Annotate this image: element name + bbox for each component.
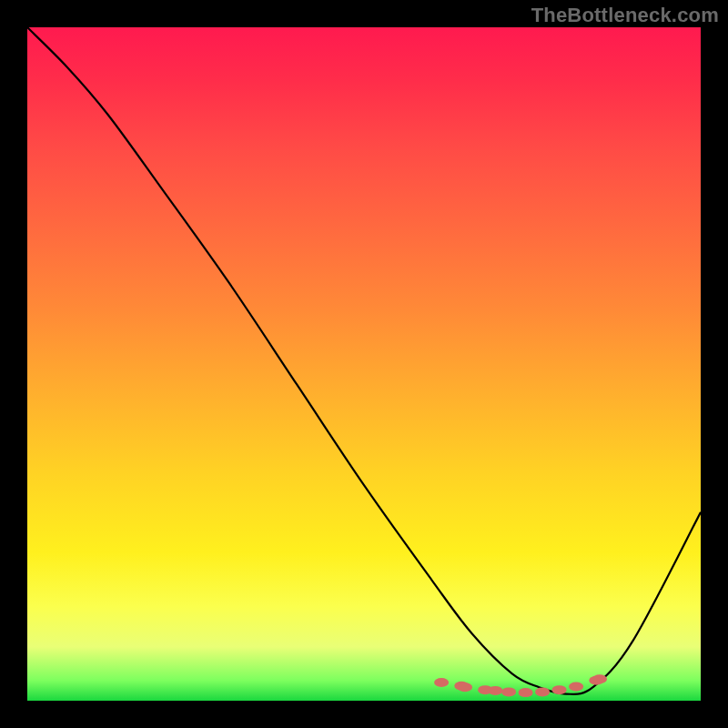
- plot-svg: [27, 27, 701, 701]
- highlight-dot: [535, 687, 550, 696]
- highlight-dot: [552, 685, 567, 694]
- highlight-dot: [458, 682, 472, 692]
- chart-frame: TheBottleneck.com: [0, 0, 728, 728]
- bottleneck-curve: [27, 27, 701, 694]
- highlight-dot: [434, 678, 449, 687]
- highlight-dot: [592, 674, 607, 683]
- highlight-dot: [569, 682, 583, 691]
- highlight-dot: [501, 687, 516, 696]
- plot-area: [27, 27, 701, 701]
- watermark-text: TheBottleneck.com: [531, 4, 719, 27]
- highlight-dot: [488, 686, 502, 695]
- highlight-dot: [519, 688, 533, 697]
